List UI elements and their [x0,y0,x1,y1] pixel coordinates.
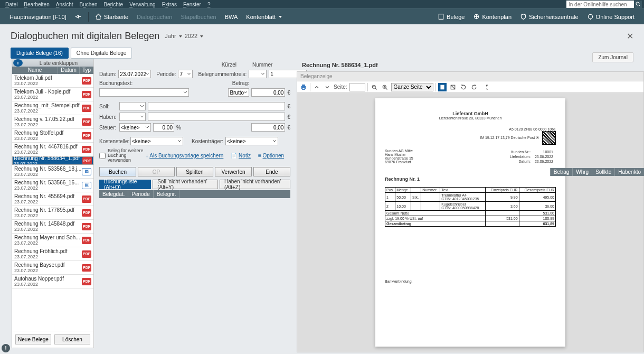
fit-page-icon[interactable] [438,83,447,91]
haben-konto[interactable] [119,113,146,121]
document-viewer: Rechnung Nr. 588634_1.pdf Beleganzeige S… [297,59,644,348]
zum-journal-button[interactable]: Zum Journal [592,52,633,62]
list-item[interactable]: Rechnung Fröhlich.pdf23.07.2022PDF [12,247,93,261]
menu-fenster[interactable]: Fenster [180,2,204,7]
undo-icon[interactable] [480,83,489,91]
pin-icon[interactable] [71,13,86,20]
zoom-select[interactable]: Ganze Seite [391,83,433,91]
menu-buchen[interactable]: Buchen [77,2,101,7]
steuer-select[interactable] [119,123,151,132]
seite-input[interactable] [349,83,365,91]
verwerfen-button[interactable]: Verwerfen [215,167,252,176]
col-datum[interactable]: Datum [58,67,80,74]
col-typ[interactable]: Typ [80,67,93,74]
buchungsliste-tab[interactable]: Buchungsliste (Alt+Q) [99,180,151,189]
list-item[interactable]: Telekom Juli - Kopie.pdf23.07.2022PDF [12,88,93,101]
help-search-input[interactable] [566,1,634,8]
splitten-button[interactable]: Splitten [176,167,213,176]
page-down-icon[interactable] [323,83,332,91]
soll-text[interactable] [148,102,285,110]
betrag-input[interactable] [251,88,285,97]
menu-help[interactable]: ? [204,2,214,7]
pdf-icon: PDF [82,157,92,164]
main-nav[interactable]: Hauptnavigation [F10] [5,14,71,20]
list-item[interactable]: Telekom Juli.pdf23.07.2022PDF [12,74,93,88]
info-icon[interactable]: i [13,59,23,67]
nav-kontenblatt[interactable]: Kontenblatt [242,14,287,20]
optionen-link[interactable]: ≡ Optionen [258,153,284,159]
rotate-left-icon[interactable] [459,83,468,91]
list-item[interactable]: Autohaus Nopper.pdf23.07.2022PDF [12,275,93,288]
kostenstelle-select[interactable] [130,137,183,145]
page-up-icon[interactable] [312,83,321,91]
pdf-icon: PDF [82,91,91,98]
beleg-weitere-checkbox[interactable] [99,153,106,159]
kurzel-select[interactable] [249,70,267,78]
zoom-in-icon[interactable] [381,83,389,91]
ende-button[interactable]: Ende [253,167,290,176]
tab-ohne-belege[interactable]: Ohne Digitale Belege [71,48,132,59]
vorlage-speichern-link[interactable]: ↓ Als Buchungsvorlage speichern [146,153,223,159]
list-item[interactable]: Rechnung v. 17.05.22.pdf23.07.2022PDF [12,115,93,129]
buchungstext-input[interactable] [99,88,189,97]
pdf-icon: PDF [82,264,91,272]
tab-digitale-belege[interactable]: Digitale Belege (16) [11,48,69,59]
steuer-pct[interactable] [153,123,174,132]
list-item[interactable]: Rechnung Stoffel.pdf23.07.2022PDF [12,129,93,143]
haben-nv-tab[interactable]: Haben 'nicht vorhanden' (Alt+Z) [220,180,290,189]
status-icon[interactable]: ! [2,344,10,352]
list-item[interactable]: Rechnung Nr. 455694.pdf23.07.2022PDF [12,192,93,206]
nav-belege[interactable]: Belege [433,13,469,20]
viewer-tab[interactable]: Beleganzeige [297,72,643,81]
list-item[interactable]: Rechnung Nr. 533566_16...23.07.2022🖼 [12,179,93,192]
neue-belege-button[interactable]: Neue Belege [15,334,51,344]
op-button[interactable]: OP [138,167,175,176]
nav-stapelbuchen[interactable]: Stapelbuchen [176,14,220,20]
menu-bearbeiten[interactable]: Bearbeiten [21,2,52,7]
fit-width-icon[interactable] [449,83,457,91]
close-button[interactable]: ✕ [627,31,633,41]
col-name[interactable]: Name [12,67,58,74]
menu-berichte[interactable]: Berichte [100,2,126,7]
list-item[interactable]: Rechnung Nr. 177895.pdf23.07.2022PDF [12,206,93,220]
nav-support[interactable]: Online Support [583,13,639,20]
nav-bwa[interactable]: BWA [221,14,242,20]
soll-nv-tab[interactable]: Soll 'nicht vorhanden' (Alt+Y) [153,180,218,189]
list-item[interactable]: Rechnung Nr. 4467816.pdf23.07.2022PDF [12,143,93,156]
print-icon[interactable] [299,83,308,91]
nav-startseite[interactable]: Startseite [91,13,132,20]
kostentraeger-select[interactable] [225,137,278,145]
menu-ansicht[interactable]: Ansicht [53,2,77,7]
brutto-select[interactable] [228,88,249,97]
menu-datei[interactable]: Datei [2,2,21,7]
beleg-weitere-label: Beleg für weitere Buchung verwenden [108,148,144,163]
kostentraeger-label: Kostenträger: [192,138,223,144]
pdf-icon: PDF [82,77,91,85]
nav-sicherheit[interactable]: Sicherheitszentrale [516,13,583,20]
toolbar: Hauptnavigation [F10] Startseite Dialogb… [0,8,644,24]
notiz-link[interactable]: 📄 Notiz [231,153,251,159]
haben-text[interactable] [148,113,285,121]
list-item[interactable]: Rechnung_mit_Stempel.pdf23.07.2022PDF [12,101,93,115]
nav-kontenplan[interactable]: Kontenplan [469,13,516,20]
list-item[interactable]: Rechnung Nr. 588634_1.pdf23.07.2022PDF [12,156,93,165]
soll-konto[interactable] [119,102,146,110]
help-search-button[interactable] [634,1,642,8]
list-item[interactable]: Rechnung Bayser.pdf23.07.2022PDF [12,261,93,275]
list-item[interactable]: Rechnung Nr. 533566_18.j...23.07.2022🖼 [12,165,93,179]
pdf-icon: PDF [82,250,91,258]
loeschen-button[interactable]: Löschen [54,334,90,344]
rotate-right-icon[interactable] [470,83,478,91]
zoom-out-icon[interactable] [370,83,378,91]
periode-select[interactable] [178,70,193,78]
buchen-button[interactable]: Buchen [99,167,136,176]
collapse-list[interactable]: Liste einklappen [24,60,93,66]
list-item[interactable]: Rechnung Mayer und Soh...23.07.2022PDF [12,234,93,247]
datum-input[interactable] [118,70,151,78]
list-item[interactable]: Rechnung Nr. 145848.pdf23.07.2022PDF [12,220,93,234]
tabs: Digitale Belege (16) Ohne Digitale Beleg… [0,48,644,59]
menu-verwaltung[interactable]: Verwaltung [126,2,158,7]
menu-extras[interactable]: Extras [159,2,180,7]
steuer-betrag[interactable] [251,123,285,132]
nav-dialogbuchen[interactable]: Dialogbuchen [132,14,176,20]
